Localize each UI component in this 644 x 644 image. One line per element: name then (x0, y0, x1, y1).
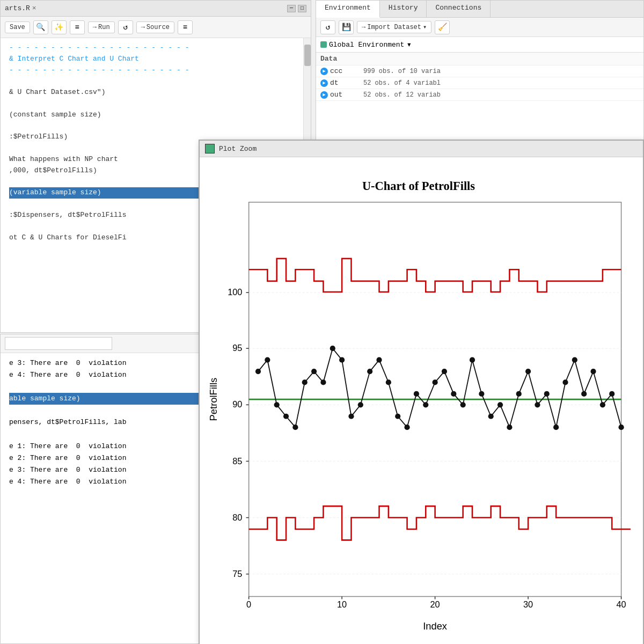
save-button[interactable]: Save (5, 21, 30, 33)
import-arrow-icon: → (362, 24, 365, 31)
data-point (442, 369, 447, 374)
env-row-ccc[interactable]: ▶ ccc 999 obs. of 10 varia (316, 65, 643, 77)
global-env-selector[interactable]: Global Environment ▾ (316, 37, 643, 53)
data-point (488, 414, 494, 419)
editor-tab[interactable]: arts.R × (5, 4, 36, 12)
code-line: & Interpret C Chart and U Chart (9, 54, 295, 65)
env-var-name: ▶ dt (320, 79, 363, 87)
run-arrow-icon: → (93, 24, 97, 31)
search-button[interactable]: 🔍 (33, 20, 48, 34)
data-point (414, 391, 419, 397)
import-dropdown-icon: ▾ (423, 23, 427, 31)
code-line: (constant sample size) (9, 109, 295, 121)
data-point (358, 402, 363, 407)
data-point (320, 379, 326, 385)
source-button[interactable]: → Source (136, 21, 174, 33)
run-button[interactable]: → Run (88, 21, 115, 33)
uchart-svg: U-Chart of PetrolFills 75 80 85 90 (205, 168, 632, 644)
window-controls: ─ □ (287, 5, 306, 12)
data-point (581, 391, 587, 397)
svg-text:40: 40 (617, 599, 626, 609)
data-point (572, 357, 577, 363)
env-tabs: Environment History Connections (316, 1, 643, 18)
data-point (330, 346, 335, 351)
maximize-button[interactable]: □ (298, 5, 306, 12)
y-axis-label: PetrolFills (208, 378, 219, 421)
code-line (9, 76, 295, 87)
data-point (274, 402, 280, 407)
plot-zoom-titlebar: Plot Zoom (200, 141, 643, 157)
env-save-button[interactable]: 💾 (339, 20, 354, 34)
data-point (562, 379, 568, 385)
data-point (255, 369, 261, 374)
tab-connections[interactable]: Connections (427, 1, 491, 17)
scrollbar-thumb[interactable] (304, 45, 311, 66)
code-line (9, 98, 295, 109)
source-arrow-icon: → (141, 24, 145, 31)
global-env-label: Global Environment (329, 41, 404, 49)
tab-name: arts.R (5, 4, 30, 12)
env-var-value: 52 obs. of 12 variab (363, 91, 441, 99)
plot-content: U-Chart of PetrolFills 75 80 85 90 (200, 157, 643, 644)
data-point (544, 391, 550, 397)
redo-button[interactable]: ↺ (118, 20, 133, 34)
tab-history[interactable]: History (380, 1, 427, 17)
data-point (479, 391, 484, 397)
code-line: - - - - - - - - - - - - - - - - - - - - … (9, 42, 295, 54)
data-point (609, 391, 614, 397)
svg-text:20: 20 (430, 599, 440, 609)
svg-text:0: 0 (246, 599, 251, 609)
console-search-input[interactable] (5, 337, 112, 350)
data-point (553, 425, 559, 430)
svg-text:80: 80 (232, 513, 242, 522)
data-point (386, 379, 391, 385)
x-axis-label: Index (423, 620, 447, 632)
tab-environment[interactable]: Environment (316, 1, 380, 18)
editor-titlebar: arts.R × ─ □ (1, 1, 311, 17)
code-line (9, 121, 295, 132)
data-point (348, 414, 354, 419)
list-button[interactable]: ≡ (70, 20, 85, 34)
data-point (395, 414, 400, 419)
import-label: Import Dataset (367, 24, 421, 31)
data-point (497, 402, 503, 407)
import-dataset-button[interactable]: → Import Dataset ▾ (357, 21, 431, 33)
var-arrow-icon: ▶ (320, 68, 328, 75)
wand-button[interactable]: ✨ (52, 20, 67, 34)
env-content: Data ▶ ccc 999 obs. of 10 varia ▶ dt 52 … (316, 53, 643, 101)
svg-text:90: 90 (232, 399, 242, 409)
plot-zoom-window: Plot Zoom U-Chart of PetrolFills 75 80 8… (199, 140, 644, 644)
env-icon (320, 41, 327, 48)
data-point (590, 369, 596, 374)
env-var-name: ▶ out (320, 91, 363, 99)
data-point (600, 402, 605, 407)
var-arrow-icon: ▶ (320, 79, 328, 87)
data-point (311, 369, 317, 374)
data-point (460, 402, 466, 407)
data-point (525, 369, 531, 374)
svg-text:100: 100 (228, 287, 242, 297)
data-point (404, 425, 409, 430)
plot-icon (205, 144, 215, 153)
minimize-button[interactable]: ─ (287, 5, 296, 12)
data-point (516, 391, 522, 397)
env-var-value: 52 obs. of 4 variabl (363, 79, 441, 87)
data-point (535, 402, 540, 407)
tab-close-icon[interactable]: × (32, 4, 36, 12)
data-point (265, 357, 270, 363)
env-refresh-button[interactable]: ↺ (320, 20, 335, 34)
chart-title: U-Chart of PetrolFills (362, 179, 475, 193)
env-var-value: 999 obs. of 10 varia (363, 68, 441, 75)
data-point (507, 425, 512, 430)
code-line: & U Chart Dataset.csv") (9, 87, 295, 98)
svg-text:95: 95 (232, 343, 242, 353)
save-label: Save (10, 24, 25, 31)
env-row-dt[interactable]: ▶ dt 52 obs. of 4 variabl (316, 77, 643, 89)
data-point (339, 357, 345, 363)
data-point (451, 391, 456, 397)
env-dropdown-icon: ▾ (406, 39, 412, 50)
env-row-out[interactable]: ▶ out 52 obs. of 12 variab (316, 89, 643, 101)
align-button[interactable]: ≡ (178, 20, 193, 34)
var-arrow-icon: ▶ (320, 91, 328, 99)
env-broom-button[interactable]: 🧹 (435, 20, 450, 34)
